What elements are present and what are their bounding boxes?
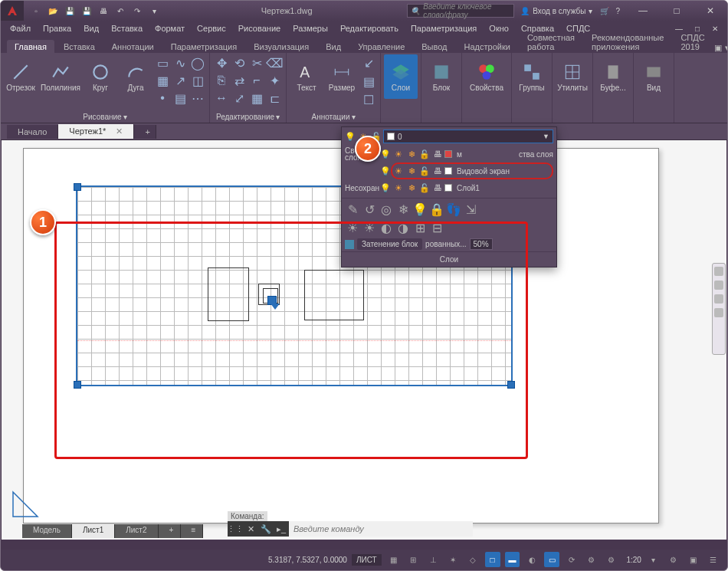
layer-lock2-icon[interactable]: 🔒 [429,202,444,217]
menu-draw[interactable]: Рисование [232,24,287,33]
nav-orbit-icon[interactable] [714,308,723,317]
rect-1[interactable] [208,267,249,321]
layer-t3-icon[interactable]: ◐ [379,220,394,235]
status-grid-icon[interactable]: ▦ [386,552,402,567]
lock-icon[interactable]: 🔓 [419,182,430,193]
grip-bl[interactable] [74,381,81,389]
freeze-icon[interactable]: ❄ [406,166,417,176]
plot-icon[interactable]: 🖶 [432,182,443,193]
sm-rect-icon[interactable]: ▭ [154,54,171,71]
qat-redo-icon[interactable]: ↷ [130,3,145,18]
grip-br[interactable] [507,381,515,389]
chevron-down-icon[interactable]: ▾ [276,113,280,121]
chevron-down-icon[interactable]: ▾ [123,113,127,121]
menu-file[interactable]: Файл [4,24,37,33]
status-ortho-icon[interactable]: ⊥ [425,552,441,567]
menu-format[interactable]: Формат [149,24,191,33]
layer-off-icon[interactable]: 💡 [412,202,428,217]
menu-insert[interactable]: Вставка [105,24,149,33]
lock-icon[interactable]: 🔓 [419,149,430,159]
plot-icon[interactable]: 🖶 [432,149,443,159]
ribbon-tab-addins[interactable]: Надстройки [457,40,518,53]
qat-save-icon[interactable]: 💾 [62,3,77,18]
ribbon-collapse2-icon[interactable]: ▾ [725,43,728,53]
cmd-input[interactable] [289,521,473,537]
lock-icon[interactable]: 🔓 [419,166,430,176]
layer-t2-icon[interactable]: ☀ [362,220,377,235]
layer-walk-icon[interactable]: 👣 [446,202,461,217]
doc-tab-current[interactable]: Чертеж1* ✕ [58,124,134,139]
nav-pan-icon[interactable] [714,281,723,290]
ribbon-collapse-icon[interactable]: ▣ [714,43,722,53]
btn-props[interactable]: Свойства [465,54,508,99]
sm-erase-icon[interactable]: ⌫ [266,54,283,71]
menu-modify[interactable]: Редактировать [334,24,405,33]
tab-close-icon[interactable]: ✕ [116,126,123,136]
menu-dims[interactable]: Размеры [287,24,334,33]
maximize-button[interactable]: □ [660,1,694,21]
menu-param[interactable]: Параметризация [405,24,483,33]
tab-model[interactable]: Модель [22,524,72,538]
cmd-wrench-icon[interactable]: 🔧 [258,521,274,537]
cart-icon[interactable]: 🛒 [600,7,609,15]
menu-service[interactable]: Сервис [191,24,232,33]
freeze-icon[interactable]: ❄ [406,182,417,193]
status-zoom[interactable]: 1:20 [626,556,641,564]
status-cycle-icon[interactable]: ⟳ [564,552,579,567]
search-input[interactable]: 🔍 Введите ключевое слово/фразу [407,4,514,18]
shade-button[interactable]: Затенение блок [357,238,422,250]
btn-util[interactable]: Утилиты [556,54,589,99]
sm-array-icon[interactable]: ▦ [248,90,265,107]
sm-mirror-icon[interactable]: ⇄ [231,72,248,89]
status-space[interactable]: ЛИСТ [352,554,382,566]
sm-ellipse-icon[interactable]: ◯ [189,54,206,71]
status-iso-icon[interactable]: ◇ [465,552,480,567]
sm-scale-icon[interactable]: ⤢ [231,90,248,107]
status-gear-icon[interactable]: ⚙ [666,552,681,567]
help-icon[interactable]: ? [615,7,620,15]
btn-polyline[interactable]: Полилиния [39,54,82,99]
doc-tab-start[interactable]: Начало [7,125,58,139]
sm-explode-icon[interactable]: ✦ [266,72,283,89]
tab-layout-menu[interactable]: ≡ [181,524,203,538]
close-button[interactable]: ✕ [694,1,727,21]
nav-zoom-icon[interactable] [714,294,723,304]
bulb-icon[interactable]: 💡 [380,166,391,176]
sm-point-icon[interactable]: • [154,90,171,107]
status-max-icon[interactable]: ▣ [685,552,700,567]
layer-merge-icon[interactable]: ⇲ [463,202,478,217]
ribbon-tab-annot[interactable]: Аннотации [104,40,162,53]
ribbon-tab-output[interactable]: Вывод [414,40,454,53]
sun-icon[interactable]: ☀ [393,166,404,176]
layer-iso-icon[interactable]: ◎ [379,202,394,217]
ribbon-tab-view[interactable]: Вид [318,40,349,53]
layer-t4-icon[interactable]: ◑ [395,220,411,235]
qat-more-icon[interactable]: ▾ [146,3,162,18]
layer-t6-icon[interactable]: ⊟ [429,220,444,235]
btn-clip[interactable]: Буфе... [596,54,630,99]
sun-icon[interactable]: ☀ [393,182,404,193]
tab-layout2[interactable]: Лист2 [115,524,158,538]
sm-region-icon[interactable]: ◫ [189,72,206,89]
sm-stretch-icon[interactable]: ↔ [213,90,230,107]
plot-icon[interactable]: 🖶 [432,166,443,176]
btn-arc[interactable]: Дуга [119,54,152,99]
layer-match-icon[interactable]: ✎ [345,202,360,217]
ribbon-tab-spds[interactable]: СПДС 2019 [673,31,712,53]
tab-layout-add[interactable]: + [159,524,181,538]
btn-layers[interactable]: Слои [384,54,418,99]
layer-prev-icon[interactable]: ↺ [362,202,377,217]
status-ann-icon[interactable]: ⚙ [584,552,599,567]
sm-hatch-icon[interactable]: ▦ [154,72,171,89]
nav-full-icon[interactable] [714,267,723,276]
rect-2[interactable] [304,270,364,320]
qat-new-icon[interactable]: ▫ [28,3,44,18]
sm-leader-icon[interactable]: ↙ [360,54,377,71]
shade-value[interactable]: 50% [470,238,493,250]
minimize-button[interactable]: — [626,1,660,21]
sm-offset-icon[interactable]: ⊏ [266,90,283,107]
grip-tl[interactable] [74,183,81,191]
sm-ray-icon[interactable]: ↗ [172,72,189,89]
layer-freeze2-icon[interactable]: ❄ [395,202,411,217]
btn-groups[interactable]: Группы [515,54,549,99]
